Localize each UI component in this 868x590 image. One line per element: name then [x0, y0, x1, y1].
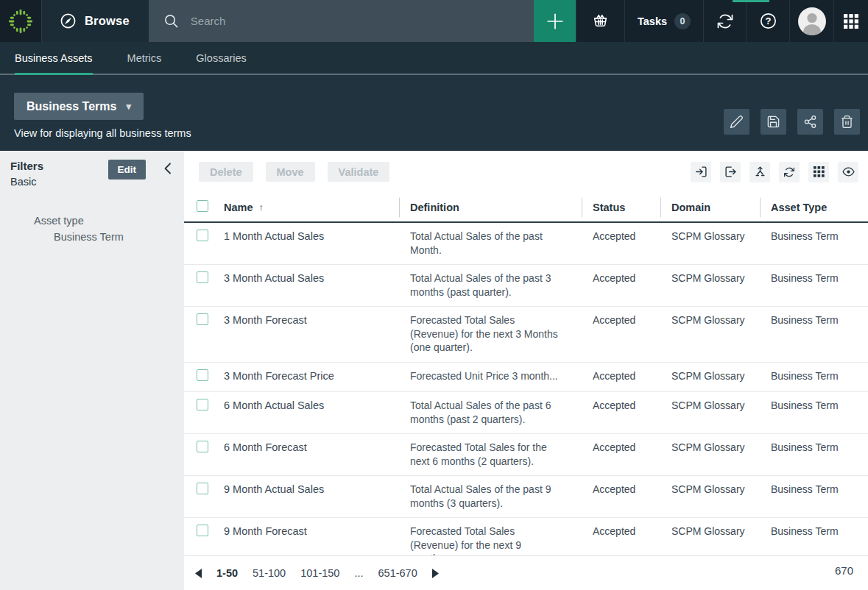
asset-type: Business Term [760, 399, 868, 413]
asset-domain[interactable]: SCPM Glossary [660, 399, 760, 413]
arrow-right-icon [432, 569, 439, 578]
share-view-button[interactable] [797, 109, 823, 135]
tab-business-assets[interactable]: Business Assets [15, 42, 93, 74]
asset-type: Business Term [760, 525, 868, 539]
edit-view-button[interactable] [724, 109, 749, 135]
hierarchy-icon [754, 166, 766, 178]
sync-activities-button[interactable] [703, 0, 746, 42]
view-selector-button[interactable]: Business Terms ▾ [14, 93, 144, 120]
app-logo[interactable] [0, 0, 42, 42]
asset-name[interactable]: 6 Month Actual Sales [221, 399, 399, 413]
asset-type: Business Term [760, 369, 868, 383]
asset-domain[interactable]: SCPM Glossary [660, 313, 760, 327]
asset-name[interactable]: 9 Month Actual Sales [221, 483, 399, 497]
row-checkbox[interactable] [197, 483, 208, 494]
asset-status: Accepted [582, 399, 660, 413]
row-checkbox-cell [184, 271, 221, 287]
row-checkbox[interactable] [197, 230, 208, 241]
hierarchy-button[interactable] [749, 162, 770, 182]
asset-definition: Forecasted Total Sales for the next 6 mo… [399, 441, 582, 468]
next-page-button[interactable] [432, 569, 439, 578]
asset-definition: Total Actual Sales of the past 6 months … [399, 399, 582, 426]
view-header: Business Terms ▾ View for displaying all… [0, 75, 868, 151]
asset-type: Business Term [760, 230, 868, 244]
pagination-page[interactable]: 51-100 [253, 567, 286, 579]
pagination-page[interactable]: 1-50 [216, 567, 238, 579]
import-button[interactable] [691, 162, 711, 182]
global-search[interactable] [149, 0, 534, 42]
asset-name[interactable]: 1 Month Actual Sales [221, 230, 399, 244]
refresh-button[interactable] [779, 162, 800, 182]
browse-menu-button[interactable]: Browse [42, 0, 149, 42]
table-row[interactable]: 6 Month ForecastForecasted Total Sales f… [184, 434, 868, 476]
help-button[interactable]: ? [746, 0, 789, 42]
table-row[interactable]: 1 Month Actual SalesTotal Actual Sales o… [184, 223, 868, 265]
tasks-button[interactable]: Tasks 0 [624, 0, 703, 42]
collapse-sidebar-button[interactable] [163, 163, 172, 174]
row-checkbox[interactable] [197, 369, 208, 381]
search-input[interactable] [191, 15, 520, 27]
table-row[interactable]: 3 Month Forecast PriceForecasted Unit Pr… [184, 363, 868, 393]
table-row[interactable]: 9 Month ForecastForecasted Total Sales (… [184, 518, 868, 555]
asset-domain[interactable]: SCPM Glossary [660, 483, 760, 497]
grid-view-button[interactable] [808, 162, 829, 182]
apps-grid-button[interactable] [833, 0, 868, 42]
select-all-checkbox[interactable] [197, 200, 208, 212]
validate-button[interactable]: Validate [328, 162, 390, 182]
asset-domain[interactable]: SCPM Glossary [660, 369, 760, 383]
row-checkbox[interactable] [197, 271, 208, 283]
table-panel: Delete Move Validate [184, 151, 868, 590]
column-header-name[interactable]: Name ↑ [221, 202, 399, 213]
row-checkbox[interactable] [197, 525, 208, 536]
compass-icon [60, 13, 77, 29]
pagination-page[interactable]: 101-150 [300, 567, 339, 579]
add-asset-button[interactable] [534, 0, 576, 42]
user-menu-button[interactable] [789, 0, 833, 42]
delete-view-button[interactable] [834, 109, 860, 135]
table-row[interactable]: 3 Month ForecastForecasted Total Sales (… [184, 307, 868, 363]
column-header-status[interactable]: Status [582, 202, 660, 213]
main-area: Filters Basic Edit Asset type Business T… [0, 151, 868, 590]
filter-asset-type-value[interactable]: Business Term [0, 231, 184, 243]
save-view-button[interactable] [761, 109, 786, 135]
asset-name[interactable]: 3 Month Forecast [221, 313, 399, 327]
column-header-definition[interactable]: Definition [399, 202, 582, 213]
filter-asset-type-label[interactable]: Asset type [0, 215, 184, 227]
move-button[interactable]: Move [266, 162, 315, 182]
asset-domain[interactable]: SCPM Glossary [660, 441, 760, 455]
avatar [798, 7, 826, 35]
asset-name[interactable]: 3 Month Forecast Price [221, 369, 399, 383]
row-checkbox[interactable] [197, 399, 208, 410]
sort-ascending-icon: ↑ [259, 202, 264, 213]
data-basket-button[interactable] [576, 0, 624, 42]
delete-trash-icon [840, 115, 854, 129]
table-row[interactable]: 9 Month Actual SalesTotal Actual Sales o… [184, 476, 868, 518]
tab-glossaries[interactable]: Glossaries [196, 42, 247, 74]
edit-filters-button[interactable]: Edit [108, 160, 147, 180]
export-button[interactable] [720, 162, 741, 182]
svg-text:?: ? [765, 15, 771, 26]
row-checkbox[interactable] [197, 313, 208, 325]
pagination-pages: 1-5051-100101-150...651-670 [216, 567, 417, 579]
view-title: Business Terms [27, 100, 116, 113]
previous-page-button[interactable] [195, 569, 202, 578]
column-header-asset-type[interactable]: Asset Type [760, 202, 868, 213]
row-checkbox[interactable] [197, 441, 208, 452]
table-row[interactable]: 3 Month Actual SalesTotal Actual Sales o… [184, 265, 868, 307]
delete-button[interactable]: Delete [199, 162, 253, 182]
tab-metrics[interactable]: Metrics [127, 42, 162, 74]
filters-mode-label: Basic [0, 172, 184, 188]
total-results-count: 670 [835, 564, 853, 577]
preview-columns-button[interactable] [838, 162, 858, 182]
asset-name[interactable]: 3 Month Actual Sales [221, 271, 399, 285]
asset-domain[interactable]: SCPM Glossary [660, 230, 760, 244]
save-icon [766, 115, 780, 129]
asset-name[interactable]: 9 Month Forecast [221, 525, 399, 539]
asset-domain[interactable]: SCPM Glossary [660, 271, 760, 285]
top-progress-indicator [733, 0, 769, 2]
pagination-page[interactable]: 651-670 [378, 567, 417, 579]
asset-name[interactable]: 6 Month Forecast [221, 441, 399, 455]
table-row[interactable]: 6 Month Actual SalesTotal Actual Sales o… [184, 392, 868, 434]
column-header-domain[interactable]: Domain [660, 202, 760, 213]
asset-domain[interactable]: SCPM Glossary [660, 525, 760, 539]
